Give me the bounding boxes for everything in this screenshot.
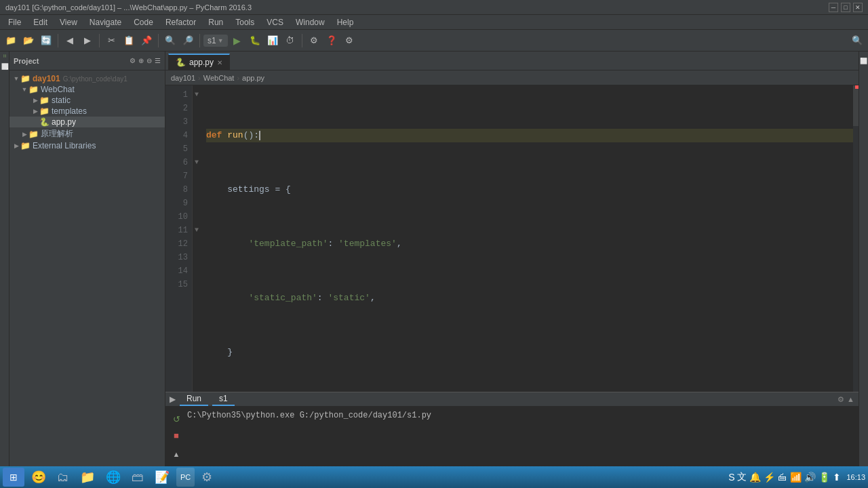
- breadcrumb-day101[interactable]: day101: [171, 74, 195, 82]
- taskbar-item-5[interactable]: 📝: [151, 468, 174, 487]
- close-button[interactable]: ✕: [853, 3, 863, 12]
- menu-tools[interactable]: Tools: [230, 16, 260, 28]
- sync-button[interactable]: 🔄: [38, 33, 54, 49]
- fold-12: [193, 237, 201, 251]
- panel-gear-icon[interactable]: ⚙: [837, 395, 844, 404]
- minimize-button[interactable]: ─: [829, 3, 838, 12]
- linenum-12: 12: [165, 237, 188, 251]
- tab-apppy[interactable]: 🐍 app.py ✕: [168, 54, 230, 70]
- search-everywhere-button[interactable]: 🔍: [849, 33, 865, 49]
- code-text[interactable]: def run(): settings = { 'template_path':…: [201, 85, 853, 392]
- tree-label-apppy: app.py: [52, 117, 76, 127]
- editor-area[interactable]: 1 2 3 4 5 6 7 8 9 10 11 12 13 14 15: [165, 85, 859, 392]
- line-numbers: 1 2 3 4 5 6 7 8 9 10 11 12 13 14 15: [165, 85, 193, 392]
- tray-icon-8[interactable]: 🔋: [818, 472, 830, 483]
- open-button[interactable]: 📂: [20, 33, 37, 49]
- scroll-up-button[interactable]: ▲: [170, 447, 183, 461]
- menu-code[interactable]: Code: [128, 16, 159, 28]
- tray-icon-2[interactable]: 文: [737, 471, 747, 483]
- taskbar-item-3[interactable]: 📁: [76, 468, 99, 487]
- find-button[interactable]: 🔎: [180, 33, 196, 49]
- database-icon[interactable]: ⬜: [861, 57, 867, 64]
- search-button[interactable]: 🔍: [162, 33, 178, 49]
- menu-file[interactable]: File: [3, 16, 26, 28]
- minimap-thumb[interactable]: [853, 85, 859, 126]
- fold-6[interactable]: ▼: [193, 156, 201, 169]
- run-tab[interactable]: Run: [180, 392, 208, 406]
- structure-icon[interactable]: ⬜: [1, 63, 8, 70]
- taskbar-item-chrome[interactable]: 🌐: [102, 468, 125, 487]
- menu-help[interactable]: Help: [332, 16, 359, 28]
- menu-edit[interactable]: Edit: [28, 16, 53, 28]
- tree-item-templates[interactable]: ▶ 📁 templates: [9, 106, 165, 117]
- new-file-button[interactable]: 📁: [3, 33, 19, 49]
- tree-item-static[interactable]: ▶ 📁 static: [9, 95, 165, 106]
- settings-button[interactable]: ⚙: [341, 33, 357, 49]
- vcs-button[interactable]: ⚙: [306, 33, 322, 49]
- tray-icon-3[interactable]: 🔔: [749, 472, 761, 483]
- menu-window[interactable]: Window: [290, 16, 330, 28]
- rerun-button[interactable]: ↺: [170, 412, 183, 426]
- menu-navigate[interactable]: Navigate: [84, 16, 127, 28]
- tab-close-apppy[interactable]: ✕: [217, 59, 222, 66]
- taskbar-item-1[interactable]: 😊: [27, 468, 50, 487]
- panel-up-icon[interactable]: ▲: [847, 395, 854, 403]
- breadcrumb-sep2: ›: [237, 74, 239, 82]
- run-button[interactable]: ▶: [229, 33, 245, 49]
- taskbar-item-7[interactable]: ⚙: [197, 468, 216, 487]
- project-gear-icon[interactable]: ⚙: [130, 57, 136, 64]
- tray-icon-4[interactable]: ⚡: [764, 472, 775, 483]
- linenum-10: 10: [165, 210, 188, 224]
- tree-item-day101[interactable]: ▼ 📁 day101 G:\python_code\day1: [9, 73, 165, 84]
- tree-item-apppy[interactable]: ▶ 🐍 app.py: [9, 117, 165, 127]
- menu-run[interactable]: Run: [203, 16, 229, 28]
- coverage-button[interactable]: 📊: [264, 33, 281, 49]
- taskbar-item-4[interactable]: 🗃: [127, 468, 148, 487]
- project-settings-icon[interactable]: ☰: [155, 57, 161, 64]
- tree-item-extlibs[interactable]: ▶ 📁 External Libraries: [9, 140, 165, 151]
- start-button[interactable]: ⊞: [3, 468, 24, 487]
- token-str-static: 'static': [328, 291, 370, 305]
- project-expand-icon[interactable]: ⊕: [138, 57, 144, 64]
- profile-button[interactable]: ⏱: [282, 33, 298, 49]
- fold-11[interactable]: ▼: [193, 224, 201, 237]
- menu-refactor[interactable]: Refactor: [160, 16, 201, 28]
- clock[interactable]: 16:13: [846, 473, 865, 481]
- run-config-selector[interactable]: s1 ▼: [203, 35, 228, 47]
- debug-button[interactable]: 🐛: [247, 33, 263, 49]
- breadcrumb-apppy[interactable]: app.py: [242, 74, 264, 82]
- project-collapse-icon[interactable]: ⊖: [146, 57, 152, 64]
- maximize-button[interactable]: □: [841, 3, 850, 12]
- help-toolbar-button[interactable]: ❓: [323, 33, 340, 49]
- tree-arrow-extlibs: ▶: [12, 142, 20, 149]
- s1-tab[interactable]: s1: [212, 392, 235, 406]
- tray-icon-5[interactable]: 🖮: [778, 472, 787, 483]
- menu-vcs[interactable]: VCS: [261, 16, 289, 28]
- tray-icon-1[interactable]: S: [728, 472, 734, 483]
- tree-label-webchat: WebChat: [41, 85, 75, 94]
- tray-icon-6[interactable]: 📶: [790, 472, 802, 483]
- linenum-4: 4: [165, 129, 188, 142]
- breadcrumb-bar: day101 › WebChat › app.py: [165, 70, 859, 85]
- taskbar-item-6[interactable]: PC: [176, 468, 195, 487]
- tray-icon-7[interactable]: 🔊: [804, 472, 816, 483]
- system-tray: S 文 🔔 ⚡ 🖮 📶 🔊 🔋 ⬆: [728, 471, 841, 483]
- taskbar-item-2[interactable]: 🗂: [53, 468, 73, 487]
- fold-1[interactable]: ▼: [193, 88, 201, 102]
- copy-button[interactable]: 📋: [121, 33, 137, 49]
- paste-button[interactable]: 📌: [138, 33, 155, 49]
- tree-item-webchat[interactable]: ▼ 📁 WebChat: [9, 84, 165, 95]
- toolbar-separator5: [302, 34, 302, 47]
- back-button[interactable]: ◀: [62, 33, 78, 49]
- tree-item-yuanli[interactable]: ▶ 📁 原理解析: [9, 127, 165, 140]
- breadcrumb-webchat[interactable]: WebChat: [203, 74, 235, 82]
- linenum-2: 2: [165, 102, 188, 115]
- forward-button[interactable]: ▶: [79, 33, 96, 49]
- project-icon[interactable]: ≡: [1, 54, 8, 58]
- stop-button[interactable]: ■: [170, 428, 183, 442]
- text-cursor: [259, 131, 260, 140]
- menu-view[interactable]: View: [54, 16, 83, 28]
- tray-icon-9[interactable]: ⬆: [833, 472, 841, 483]
- cut-button[interactable]: ✂: [103, 33, 119, 49]
- folder-icon-extlibs: 📁: [20, 141, 31, 150]
